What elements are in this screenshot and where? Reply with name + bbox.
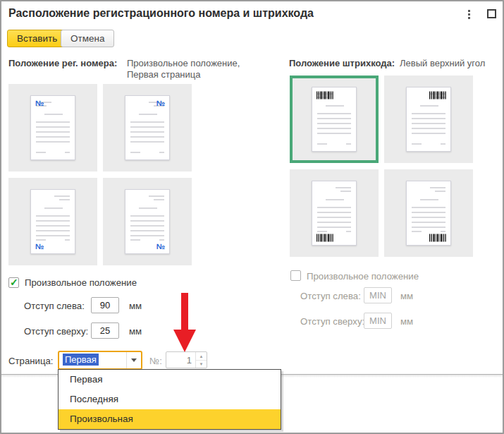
barcode-offset-left-label: Отступ слева:: [300, 291, 361, 301]
barcode-offset-top-input: [364, 313, 392, 329]
reg-number-marker: №: [35, 100, 44, 107]
reg-position-value-line2: Первая страница: [127, 69, 240, 80]
page-preview: №: [125, 95, 170, 160]
reg-offset-left-unit: мм: [129, 301, 142, 311]
maximize-icon[interactable]: [487, 9, 496, 18]
barcode-icon: [316, 234, 333, 242]
stepper-down-icon[interactable]: ▼: [196, 360, 207, 368]
page-label: Страница:: [8, 356, 53, 366]
barcode-position-label: Положение штрихкода:: [289, 58, 395, 68]
page-preview: №: [30, 189, 75, 254]
reg-number-marker: №: [156, 243, 165, 251]
reg-position-label: Положение рег. номера:: [8, 58, 117, 68]
reg-tile-bottom-right[interactable]: №: [103, 178, 192, 265]
barcode-arbitrary-position-checkbox[interactable]: [290, 270, 301, 281]
page-number-value: 1: [187, 355, 192, 366]
page-preview: №: [30, 95, 75, 160]
reg-arbitrary-position-checkbox[interactable]: ✓: [8, 277, 19, 288]
page-preview: №: [125, 189, 170, 254]
reg-offset-left-label: Отступ слева:: [24, 301, 85, 311]
barcode-offset-left-input: [364, 287, 392, 303]
barcode-icon: [429, 91, 446, 100]
reg-number-marker: №: [35, 243, 44, 251]
barcode-tile-top-left[interactable]: [290, 76, 379, 163]
reg-number-marker: №: [156, 100, 165, 107]
reg-tile-bottom-left[interactable]: №: [8, 178, 97, 265]
reg-offset-left-input[interactable]: [91, 297, 119, 313]
page-number-label: №:: [149, 356, 162, 366]
page-preview: [312, 87, 357, 152]
page-combobox-value: Первая: [63, 354, 99, 365]
stepper-buttons: ▲ ▼: [195, 352, 207, 368]
page-combobox[interactable]: Первая: [58, 351, 142, 370]
barcode-icon: [429, 234, 446, 242]
barcode-icon: [316, 91, 333, 100]
stepper-up-icon[interactable]: ▲: [196, 352, 207, 360]
reg-offset-top-unit: мм: [129, 326, 142, 337]
cancel-button[interactable]: Отмена: [61, 30, 114, 47]
reg-position-value: Произвольное положение, Первая страница: [127, 58, 240, 80]
reg-tile-top-left[interactable]: №: [8, 84, 97, 171]
page-dropdown-list: ПерваяПоследняяПроизвольная: [58, 369, 281, 430]
barcode-tile-top-right[interactable]: [384, 76, 473, 163]
chevron-down-icon[interactable]: [126, 352, 141, 368]
barcode-position-value: Левый верхний угол: [400, 58, 485, 69]
dropdown-item-0[interactable]: Первая: [59, 370, 281, 390]
page-preview: [406, 87, 451, 152]
reg-position-grid: № № № №: [8, 84, 192, 265]
dropdown-item-2[interactable]: Произвольная: [59, 409, 281, 429]
reg-position-value-line1: Произвольное положение,: [127, 58, 240, 69]
barcode-arbitrary-position-label: Произвольное положение: [307, 271, 419, 282]
red-arrow-icon: [172, 291, 197, 354]
barcode-tile-bottom-right[interactable]: [384, 169, 473, 257]
barcode-offset-top-label: Отступ сверху:: [300, 316, 364, 327]
reg-offset-top-label: Отступ сверху:: [24, 326, 88, 337]
dialog-title: Расположение регистрационного номера и ш…: [8, 7, 314, 20]
page-number-stepper[interactable]: 1 ▲ ▼: [166, 351, 207, 368]
dialog-window: Расположение регистрационного номера и ш…: [0, 0, 504, 434]
page-preview: [312, 181, 357, 246]
barcode-offset-left-unit: мм: [400, 291, 413, 301]
barcode-offset-top-unit: мм: [400, 316, 413, 327]
barcode-position-grid: [290, 76, 473, 257]
page-preview: [406, 181, 451, 246]
barcode-tile-bottom-left[interactable]: [290, 169, 379, 257]
reg-offset-top-input[interactable]: [91, 323, 119, 339]
reg-arbitrary-position-label: Произвольное положение: [25, 277, 137, 288]
insert-button[interactable]: Вставить: [7, 30, 67, 47]
dropdown-item-1[interactable]: Последняя: [59, 390, 281, 409]
checkmark-icon: ✓: [10, 277, 18, 288]
window-menu-icon[interactable]: [468, 10, 470, 19]
reg-tile-top-right[interactable]: №: [103, 84, 192, 171]
